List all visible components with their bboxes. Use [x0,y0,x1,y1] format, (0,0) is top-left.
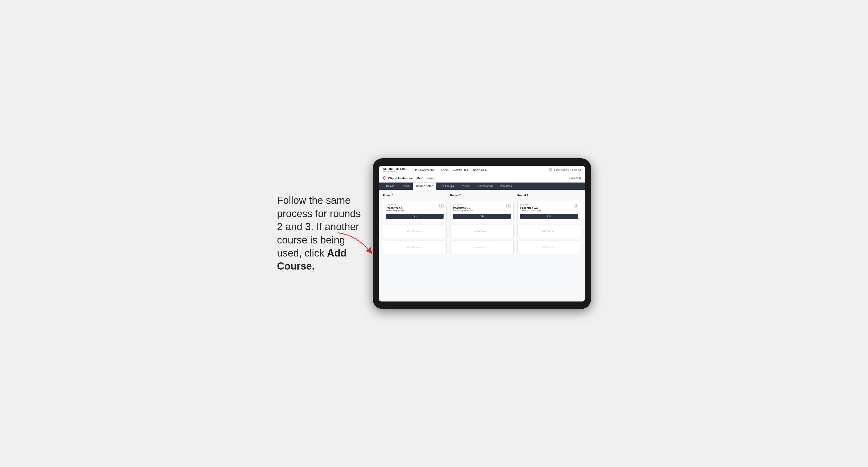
brand-subtitle: Powered by clippd [383,170,407,173]
course-info: (Course A) Peachtree GC Yellow (M) (6629… [386,204,406,212]
course-card-header-r2: (Course A) Peachtree GC Yellow (M) (6629… [453,204,511,212]
sub-header-left: C Clippd Invitational (Men) Hosting [383,176,435,181]
instruction-text: Follow the same process for rounds 2 and… [277,194,362,273]
nav-rankings[interactable]: RANKINGS [473,167,487,173]
add-course-label-r2-2: Add Course + [474,246,490,249]
hosting-badge: Hosting [426,177,435,180]
round-3-course-card: (Course A) Peachtree GC Yellow (M) (6629… [517,200,581,222]
brand-title: SCOREBOARD [383,167,407,170]
course-name-r3: Peachtree GC [520,207,541,210]
round-3-column: Round 3 (Course A) Peachtree GC Yellow (… [517,194,581,254]
add-course-label-2: Add Course + [407,246,422,249]
course-tee: Yellow (M) (6629 yds) [386,210,406,212]
course-name: Peachtree GC [386,207,406,210]
nav-separator: | [570,168,571,171]
tablet-device: SCOREBOARD Powered by clippd TOURNAMENTS… [373,158,591,309]
add-course-slot-r3-2: Add Course + [517,241,581,254]
add-course-slot-r1-1[interactable]: Add Course + [383,225,446,238]
tablet-screen: SCOREBOARD Powered by clippd TOURNAMENTS… [379,166,585,302]
course-a-label-r2: (Course A) [453,204,474,206]
round-1-course-card: (Course A) Peachtree GC Yellow (M) (6629… [383,200,446,222]
add-course-slot-r2-1[interactable]: Add Course + [450,225,514,238]
course-name-r2: Peachtree GC [453,207,474,210]
course-card-header-r3: (Course A) Peachtree GC Yellow (M) (6629… [520,204,578,212]
round-3-title: Round 3 [517,194,581,197]
brand: SCOREBOARD Powered by clippd [383,167,407,173]
edit-course-button-r3[interactable]: Edit [520,214,578,219]
course-card-actions-r3: ⚙ [574,204,578,208]
user-avatar [549,168,552,172]
clippd-logo: C [383,176,386,181]
user-email: blair@clippd.io [554,168,569,171]
add-course-slot-r1-2[interactable]: Add Course + [383,241,446,254]
round-1-title: Round 1 [383,194,446,197]
top-nav: SCOREBOARD Powered by clippd TOURNAMENTS… [379,166,585,174]
edit-course-button-r1[interactable]: Edit [386,214,443,219]
cancel-button[interactable]: Cancel ✕ [569,177,581,180]
tab-course-setup[interactable]: Course Setup [413,183,436,190]
course-card-actions: ⚙ [439,204,443,208]
nav-right: blair@clippd.io | Sign out [549,168,581,172]
add-course-label-r3-2: Add Course + [541,246,557,249]
nav-committee[interactable]: COMMITTEE [453,167,469,173]
round-2-title: Round 2 [450,194,514,197]
tournament-gender: (Men) [416,177,423,180]
add-course-label-r3: Add Course + [541,230,557,232]
course-card-actions-r2: ⚙ [506,204,510,208]
tab-details[interactable]: Details [383,183,398,190]
tab-bar: Details Teams Course Setup Tee Groups Re… [379,183,585,190]
course-settings-icon[interactable]: ⚙ [439,204,443,208]
tab-results[interactable]: Results [458,183,473,190]
tab-teams[interactable]: Teams [398,183,412,190]
add-course-label-r2: Add Course + [474,230,490,232]
sign-out-link[interactable]: Sign out [572,168,581,171]
course-settings-icon-r3[interactable]: ⚙ [574,204,578,208]
course-tee-r2: Yellow (M) (6629 yds) [453,210,474,212]
nav-tournaments[interactable]: TOURNAMENTS [414,167,435,173]
sub-header: C Clippd Invitational (Men) Hosting Canc… [379,174,585,183]
tablet-wrapper: SCOREBOARD Powered by clippd TOURNAMENTS… [373,158,591,309]
course-info-r3: (Course A) Peachtree GC Yellow (M) (6629… [520,204,541,212]
course-settings-icon-r2[interactable]: ⚙ [506,204,510,208]
tab-leaderboards[interactable]: Leaderboards [473,183,496,190]
page-wrapper: Follow the same process for rounds 2 and… [0,148,868,319]
tab-tee-groups[interactable]: Tee Groups [437,183,457,190]
nav-links: TOURNAMENTS TEAMS COMMITTEE RANKINGS [414,167,544,173]
tab-printables[interactable]: Printables [497,183,515,190]
nav-teams[interactable]: TEAMS [440,167,448,173]
course-card-header: (Course A) Peachtree GC Yellow (M) (6629… [386,204,443,212]
course-a-label-r3: (Course A) [520,204,541,206]
round-2-column: Round 2 (Course A) Peachtree GC Yellow (… [450,194,514,254]
round-2-course-card: (Course A) Peachtree GC Yellow (M) (6629… [450,200,514,222]
course-info-r2: (Course A) Peachtree GC Yellow (M) (6629… [453,204,474,212]
course-a-label: (Course A) [386,204,406,206]
add-course-label: Add Course + [407,230,422,232]
round-1-column: Round 1 (Course A) Peachtree GC Yellow (… [383,194,446,254]
tournament-name: Clippd Invitational [388,177,413,180]
main-content: Round 1 (Course A) Peachtree GC Yellow (… [379,190,585,302]
course-tee-r3: Yellow (M) (6629 yds) [520,210,541,212]
rounds-grid: Round 1 (Course A) Peachtree GC Yellow (… [383,194,581,254]
edit-course-button-r2[interactable]: Edit [453,214,511,219]
add-course-slot-r2-2: Add Course + [450,241,514,254]
add-course-slot-r3-1[interactable]: Add Course + [517,225,581,238]
